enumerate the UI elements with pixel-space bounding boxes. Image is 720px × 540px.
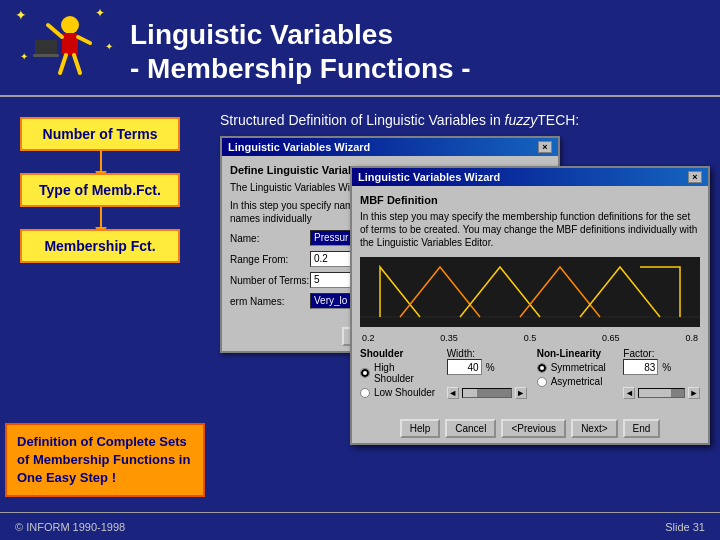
mbf-chart-svg [360,257,700,327]
svg-line-7 [78,37,90,43]
asymetrical-row: Asymetrical [537,376,614,387]
width-unit: % [486,362,495,373]
factor-group: Factor: % ◄ [623,348,700,401]
main-content: Number of Terms Type of Memb.Fct. Member… [0,97,720,527]
bottom-bar: © INFORM 1990-1998 Slide 31 [0,512,720,540]
non-linearity-title: Non-Linearity [537,348,614,359]
field-terms-label: Number of Terms: [230,275,310,286]
factor-scroll-right[interactable]: ► [688,387,700,399]
dialog-back-titlebar: Linguistic Variables Wizard × [222,138,558,156]
chart-labels: 0.2 0.35 0.5 0.65 0.8 [360,333,700,343]
width-scroll-right[interactable]: ► [515,387,527,399]
mbf-cancel-btn[interactable]: Cancel [445,419,496,438]
width-scrollbar-track [462,388,512,398]
mbf-next-btn[interactable]: Next> [571,419,617,438]
factor-scroll-left[interactable]: ◄ [623,387,635,399]
options-row: Shoulder High Shoulder Low Shoulder [360,348,700,401]
high-shoulder-label: High Shoulder [374,362,437,384]
svg-point-4 [61,16,79,34]
low-shoulder-row: Low Shoulder [360,387,437,398]
factor-scrollbar-thumb [639,389,670,397]
title-line2: - Membership Functions - [130,53,471,84]
number-of-terms-box: Number of Terms [20,117,180,151]
factor-label: Factor: [623,348,654,359]
symmetrical-radio[interactable] [537,363,547,373]
width-field: Width: [447,348,527,359]
title-line1: Linguistic Variables [130,19,393,50]
svg-text:✦: ✦ [15,7,27,23]
definition-box: Definition of Complete Sets of Membershi… [5,423,205,498]
width-scroll-left[interactable]: ◄ [447,387,459,399]
factor-scrollbar-track [638,388,685,398]
factor-unit: % [662,362,671,373]
factor-scrollbar-row: ◄ ► [623,387,700,399]
dialog-back-close[interactable]: × [538,141,552,153]
svg-line-6 [48,25,62,37]
membership-fct-box: Membership Fct. [20,229,180,263]
low-shoulder-radio[interactable] [360,388,370,398]
non-linearity-group: Non-Linearity Symmetrical Asymetrical [537,348,614,401]
mbf-subtitle: MBF Definition [360,194,700,206]
copyright: © INFORM 1990-1998 [15,521,125,533]
field-name-label: Name: [230,233,310,244]
field-range-label: Range From: [230,254,310,265]
mbf-footer: Help Cancel <Previous Next> End [352,414,708,443]
symmetrical-label: Symmetrical [551,362,606,373]
structured-title: Structured Definition of Linguistic Vari… [220,112,710,128]
width-value-row: % [447,359,527,375]
svg-text:✦: ✦ [105,41,113,52]
dialog-front: Linguistic Variables Wizard × MBF Defini… [350,166,710,445]
asymetrical-label: Asymetrical [551,376,603,387]
mbf-chart [360,257,700,327]
dialog-front-title: Linguistic Variables Wizard [358,171,500,183]
mbf-end-btn[interactable]: End [623,419,661,438]
mbf-description: In this step you may specify the members… [360,210,700,249]
width-scrollbar-row: ◄ ► [447,387,527,399]
factor-value-row: % [623,359,700,375]
sidebar: Number of Terms Type of Memb.Fct. Member… [0,107,215,527]
width-scrollbar-thumb [463,389,477,397]
slide-number: Slide 31 [665,521,705,533]
factor-field: Factor: [623,348,700,359]
mbf-help-btn[interactable]: Help [400,419,441,438]
logo-figure-svg: ✦ ✦ ✦ ✦ [10,5,120,95]
field-termnames-label: erm Names: [230,296,310,307]
width-input[interactable] [447,359,482,375]
type-of-memb-fct-box: Type of Memb.Fct. [20,173,180,207]
factor-input[interactable] [623,359,658,375]
shoulder-group: Shoulder High Shoulder Low Shoulder [360,348,437,401]
high-shoulder-row: High Shoulder [360,362,437,384]
svg-text:✦: ✦ [95,6,105,20]
svg-rect-10 [35,40,57,54]
svg-rect-11 [33,54,59,57]
shoulder-title: Shoulder [360,348,437,359]
svg-text:✦: ✦ [20,51,28,62]
width-label: Width: [447,348,475,359]
logo-area: ✦ ✦ ✦ ✦ [10,5,125,95]
dialog-front-titlebar: Linguistic Variables Wizard × [352,168,708,186]
arrow-2 [100,207,102,229]
mbf-previous-btn[interactable]: <Previous [501,419,566,438]
asymetrical-radio[interactable] [537,377,547,387]
svg-line-9 [74,55,80,73]
right-content: Structured Definition of Linguistic Vari… [215,107,720,527]
arrow-1 [100,151,102,173]
dialog-front-close[interactable]: × [688,171,702,183]
symmetrical-row: Symmetrical [537,362,614,373]
page-title: Linguistic Variables - Membership Functi… [130,18,700,85]
low-shoulder-label: Low Shoulder [374,387,435,398]
mbf-body: MBF Definition In this step you may spec… [352,186,708,414]
svg-rect-5 [62,33,78,55]
dialogs-container: Linguistic Variables Wizard × Define Lin… [220,136,710,456]
dialog-back-title: Linguistic Variables Wizard [228,141,370,153]
high-shoulder-radio[interactable] [360,368,370,378]
width-group: Width: % ◄ [447,348,527,401]
svg-line-8 [60,55,66,73]
